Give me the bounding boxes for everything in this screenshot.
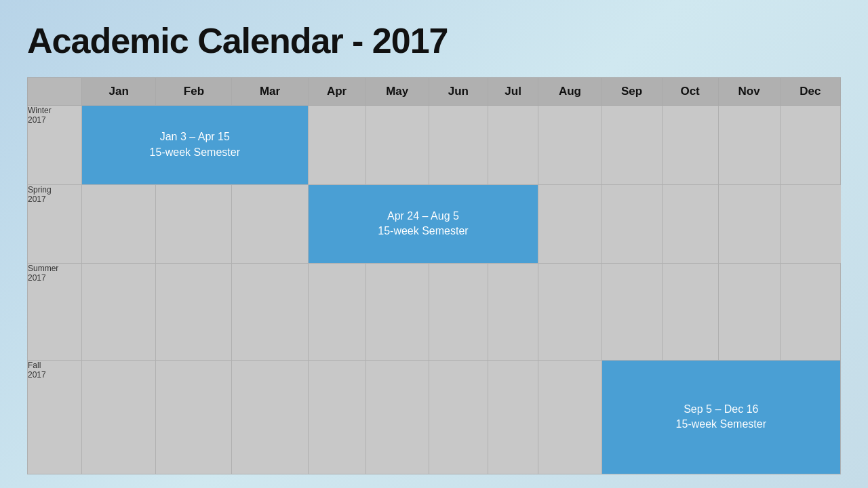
header-may: May (366, 78, 429, 106)
row-label-fall: Fall (28, 361, 41, 370)
winter-may (366, 106, 429, 185)
header-jan: Jan (82, 78, 156, 106)
fall-mar (232, 360, 308, 474)
header-jun: Jun (429, 78, 488, 106)
summer-oct (662, 264, 718, 360)
row-year-summer: 2017 (28, 273, 81, 283)
winter-sep (601, 106, 662, 185)
summer-nov (718, 264, 780, 360)
summer-apr (308, 264, 366, 360)
row-label-winter: Winter (28, 106, 52, 115)
fall-apr (308, 360, 366, 474)
label-fall: Fall 2017 (28, 360, 82, 474)
header-mar: Mar (232, 78, 308, 106)
row-label-summer: Summer (28, 264, 58, 273)
winter-dec (780, 106, 840, 185)
calendar-table: Jan Feb Mar Apr May Jun Jul Aug Sep Oct … (27, 77, 841, 474)
winter-block-cell: Jan 3 – Apr 15 15-week Semester (82, 106, 309, 185)
summer-may (366, 264, 429, 360)
header-jul: Jul (488, 78, 538, 106)
header-nov: Nov (718, 78, 780, 106)
fall-jul (488, 360, 538, 474)
label-winter: Winter 2017 (28, 106, 82, 185)
row-spring: Spring 2017 Apr 24 – Aug 5 15-week Semes… (28, 184, 841, 264)
row-year-winter: 2017 (28, 115, 81, 125)
summer-jun (429, 264, 488, 360)
page-title: Academic Calendar - 2017 (27, 20, 841, 61)
header-apr: Apr (308, 78, 366, 106)
fall-aug (538, 360, 601, 474)
spring-jan (82, 184, 156, 264)
fall-jun (429, 360, 488, 474)
spring-description: 15-week Semester (378, 224, 468, 239)
spring-feb (156, 184, 232, 264)
spring-mar (232, 184, 308, 264)
fall-block-cell: Sep 5 – Dec 16 15-week Semester (601, 360, 840, 474)
header-empty (28, 78, 82, 106)
fall-semester-block: Sep 5 – Dec 16 15-week Semester (602, 361, 840, 474)
row-fall: Fall 2017 Sep 5 – Dec 16 15-week Semeste… (28, 360, 841, 474)
spring-oct (601, 184, 662, 264)
summer-aug (538, 264, 601, 360)
label-spring: Spring 2017 (28, 184, 82, 264)
calendar-wrapper: Jan Feb Mar Apr May Jun Jul Aug Sep Oct … (27, 77, 841, 474)
summer-jul (488, 264, 538, 360)
winter-description: 15-week Semester (150, 145, 240, 160)
winter-apr (308, 106, 366, 185)
header-aug: Aug (538, 78, 601, 106)
header-oct: Oct (662, 78, 718, 106)
fall-feb (156, 360, 232, 474)
summer-jan (82, 264, 156, 360)
spring-semester-block: Apr 24 – Aug 5 15-week Semester (309, 185, 538, 264)
header-row: Jan Feb Mar Apr May Jun Jul Aug Sep Oct … (28, 78, 841, 106)
spring-nov (662, 184, 718, 264)
fall-description: 15-week Semester (676, 417, 766, 432)
winter-jul (488, 106, 538, 185)
row-year-spring: 2017 (28, 195, 81, 204)
spring-dec (718, 184, 780, 264)
label-summer: Summer 2017 (28, 264, 82, 360)
winter-aug (538, 106, 601, 185)
winter-dates: Jan 3 – Apr 15 (160, 129, 230, 144)
header-sep: Sep (601, 78, 662, 106)
row-year-fall: 2017 (28, 370, 81, 380)
winter-nov (718, 106, 780, 185)
header-dec: Dec (780, 78, 840, 106)
fall-jan (82, 360, 156, 474)
row-winter: Winter 2017 Jan 3 – Apr 15 15-week Semes… (28, 106, 841, 185)
summer-dec (780, 264, 840, 360)
header-feb: Feb (156, 78, 232, 106)
fall-may (366, 360, 429, 474)
winter-jun (429, 106, 488, 185)
row-label-spring: Spring (28, 185, 52, 195)
summer-feb (156, 264, 232, 360)
row-summer: Summer 2017 (28, 264, 841, 360)
spring-block-cell: Apr 24 – Aug 5 15-week Semester (308, 184, 538, 264)
spring-dates: Apr 24 – Aug 5 (387, 209, 459, 224)
winter-oct (662, 106, 718, 185)
summer-sep (601, 264, 662, 360)
winter-semester-block: Jan 3 – Apr 15 15-week Semester (82, 106, 308, 184)
summer-mar (232, 264, 308, 360)
spring-sep (538, 184, 601, 264)
fall-dates: Sep 5 – Dec 16 (684, 402, 758, 417)
